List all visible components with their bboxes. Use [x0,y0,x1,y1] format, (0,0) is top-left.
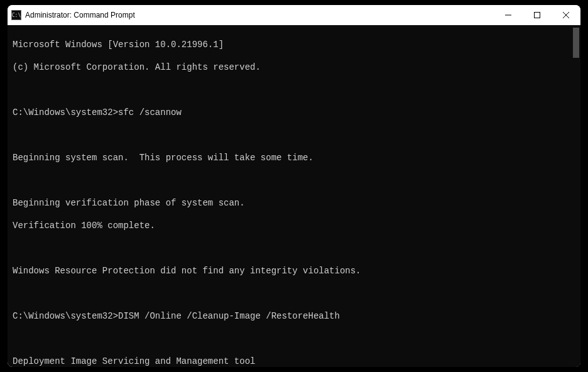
terminal-container: Microsoft Windows [Version 10.0.21996.1]… [8,25,580,367]
command-input: sfc /scannow [118,107,182,118]
window-controls [494,5,580,25]
cmd-icon: C:\ [11,10,21,20]
maximize-button[interactable] [523,5,552,25]
svg-rect-1 [535,13,540,18]
output-line [13,243,567,254]
minimize-button[interactable] [494,5,523,25]
prompt-line: C:\Windows\system32>sfc /scannow [13,107,567,118]
output-line: Microsoft Windows [Version 10.0.21996.1] [13,39,567,50]
scroll-thumb[interactable] [573,28,579,58]
output-line [13,84,567,96]
close-button[interactable] [552,5,580,25]
output-line: Beginning verification phase of system s… [13,197,567,209]
maximize-icon [534,12,540,18]
minimize-icon [505,12,511,18]
command-prompt-window: C:\ Administrator: Command Prompt Micros… [8,5,580,367]
terminal-output[interactable]: Microsoft Windows [Version 10.0.21996.1]… [8,25,572,367]
output-line: (c) Microsoft Corporation. All rights re… [13,62,567,73]
output-line: Deployment Image Servicing and Managemen… [13,356,567,367]
close-icon [563,12,569,18]
output-line [13,175,567,186]
prompt-path: C:\Windows\system32> [13,310,118,322]
prompt-line: C:\Windows\system32>DISM /Online /Cleanu… [13,310,567,322]
output-line [13,288,567,299]
titlebar[interactable]: C:\ Administrator: Command Prompt [8,5,580,25]
scrollbar[interactable] [572,25,580,367]
output-line: Beginning system scan. This process will… [13,152,567,163]
output-line [13,129,567,141]
prompt-path: C:\Windows\system32> [13,107,118,118]
output-line: Windows Resource Protection did not find… [13,265,567,276]
window-title: Administrator: Command Prompt [25,11,494,19]
output-line [13,333,567,344]
command-input: DISM /Online /Cleanup-Image /RestoreHeal… [118,310,340,322]
output-line: Verification 100% complete. [13,220,567,231]
